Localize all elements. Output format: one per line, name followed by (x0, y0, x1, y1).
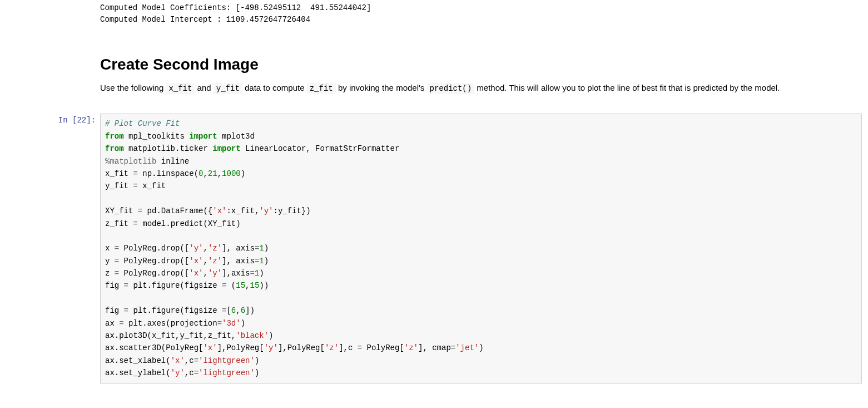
code-input-area[interactable]: # Plot Curve Fit from mpl_toolkits impor… (100, 114, 862, 383)
markdown-prompt-spacer (6, 45, 100, 106)
inline-code-zfit: z_fit (307, 83, 336, 94)
inline-code-yfit: y_fit (214, 83, 242, 94)
output-prompt-spacer (6, 0, 100, 28)
input-prompt-label: In [22]: (58, 116, 96, 125)
output-line-1: Computed Model Coefficients: [-498.52495… (100, 3, 371, 12)
code-cell-wrapper: # Plot Curve Fit from mpl_toolkits impor… (100, 114, 868, 383)
markdown-cell: Create Second Image Use the following x_… (6, 45, 868, 106)
markdown-paragraph: Use the following x_fit and y_fit data t… (100, 81, 862, 95)
markdown-heading: Create Second Image (100, 56, 862, 73)
output-line-2: Computed Model Intercept : 1109.45726477… (100, 15, 310, 24)
code-cell-22: In [22]: # Plot Curve Fit from mpl_toolk… (6, 114, 868, 383)
output-text: Computed Model Coefficients: [-498.52495… (100, 0, 868, 28)
inline-code-predict: predict() (427, 83, 475, 94)
notebook-container: Computed Model Coefficients: [-498.52495… (0, 0, 868, 384)
markdown-content[interactable]: Create Second Image Use the following x_… (100, 45, 862, 106)
inline-code-xfit: x_fit (166, 83, 195, 94)
output-cell-previous: Computed Model Coefficients: [-498.52495… (6, 0, 868, 28)
input-prompt: In [22]: (6, 114, 100, 383)
